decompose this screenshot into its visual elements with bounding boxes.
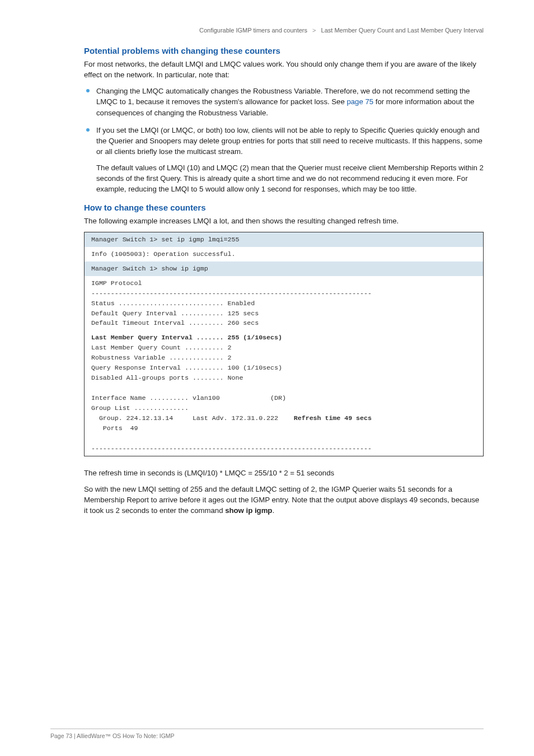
- code-command-line: Manager Switch 1> set ip igmp lmqi=255: [85, 232, 483, 247]
- breadcrumb-separator: >: [309, 27, 319, 34]
- breadcrumb-subsection: Last Member Query Count and Last Member …: [321, 27, 484, 34]
- code-output-block: Last Member Query Interval ....... 255 (…: [85, 330, 483, 456]
- code-bold-inline: Refresh time 49 secs: [294, 414, 372, 422]
- code-output-text: Ports 49 -------------------------------…: [91, 424, 372, 452]
- tail-text: So with the new LMQI setting of 255 and …: [84, 485, 479, 515]
- bullet-text: If you set the LMQI (or LMQC, or both) t…: [96, 126, 483, 156]
- breadcrumb: Configurable IGMP timers and counters > …: [84, 27, 484, 34]
- code-output-line: Info (1005003): Operation successful.: [85, 247, 483, 262]
- intro-paragraph: For most networks, the default LMQI and …: [84, 59, 484, 80]
- breadcrumb-section: Configurable IGMP timers and counters: [199, 27, 307, 34]
- command-name: show ip igmp: [225, 506, 272, 515]
- tail-paragraph-1: The refresh time in seconds is (LMQI/10)…: [84, 468, 484, 478]
- page-link[interactable]: page 75: [346, 97, 373, 106]
- code-output-block: IGMP Protocol --------------------------…: [85, 276, 483, 331]
- code-command-line: Manager Switch 1> show ip igmp: [85, 262, 483, 276]
- code-output-text: Last Member Query Count .......... 2 Rob…: [91, 344, 286, 412]
- bullet-subparagraph: The default values of LMQI (10) and LMQC…: [96, 162, 484, 194]
- heading-potential-problems: Potential problems with changing these c…: [84, 46, 484, 55]
- list-item: If you set the LMQI (or LMQC, or both) t…: [84, 125, 484, 195]
- page-footer: Page 73 | AlliedWare™ OS How To Note: IG…: [50, 729, 484, 739]
- list-item: Changing the LMQC automatically changes …: [84, 86, 484, 118]
- code-output-text: Group. 224.12.13.14 Last Adv. 172.31.0.2…: [91, 414, 294, 422]
- code-bold-line: Last Member Query Interval ....... 255 (…: [91, 334, 282, 341]
- code-output-box: Manager Switch 1> set ip igmp lmqi=255 I…: [84, 232, 484, 456]
- tail-text: .: [272, 506, 274, 515]
- tail-paragraph-2: So with the new LMQI setting of 255 and …: [84, 484, 484, 516]
- intro-paragraph-2: The following example increases LMQI a l…: [84, 216, 484, 226]
- bullet-list: Changing the LMQC automatically changes …: [84, 86, 484, 194]
- heading-how-to-change: How to change these counters: [84, 203, 484, 212]
